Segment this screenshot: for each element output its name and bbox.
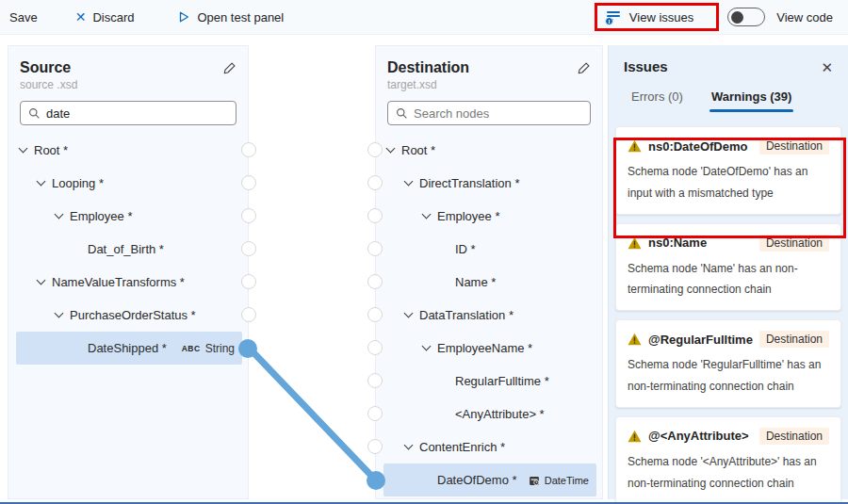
datetime-type-badge: DateTime [529, 475, 596, 486]
destination-node-name[interactable]: Name * [383, 266, 596, 299]
source-panel: Source source .xsd Root * Looping * Empl… [8, 45, 249, 499]
chevron-down-icon[interactable] [37, 276, 46, 285]
source-tree: Root * Looping * Employee * Dat_of_Birth… [8, 134, 248, 365]
destination-badge: Destination [759, 428, 829, 445]
destination-node-employee[interactable]: Employee * [383, 200, 596, 233]
destination-node-regularfulltime[interactable]: RegularFulltime * [383, 365, 596, 398]
source-node-looping[interactable]: Looping * [16, 167, 242, 200]
chevron-down-icon[interactable] [386, 144, 396, 154]
view-issues-button[interactable]: View issues [599, 6, 703, 28]
destination-port-dateofdemo-connected[interactable] [367, 471, 385, 490]
warning-card-anyattribute[interactable]: @<AnyAttribute> Destination Schema node … [615, 416, 841, 504]
destination-node-employeename[interactable]: EmployeeName * [383, 332, 596, 365]
close-icon[interactable]: ✕ [819, 58, 835, 76]
destination-search-input[interactable] [414, 106, 582, 121]
destination-port-name[interactable] [367, 274, 383, 289]
view-code-label: View code [776, 10, 833, 24]
destination-port-anyattribute[interactable] [367, 406, 383, 421]
chevron-down-icon[interactable] [422, 342, 432, 351]
destination-node-directtranslation[interactable]: DirectTranslation * [383, 167, 596, 200]
destination-port-id[interactable] [367, 241, 383, 256]
issues-tabs: Errors (0) Warnings (39) [609, 76, 848, 112]
calendar-clock-icon [529, 475, 540, 486]
destination-search-box [387, 101, 591, 125]
destination-schema-filename: target.xsd [387, 78, 591, 93]
destination-node-dateofdemo[interactable]: DateOfDemo * DateTime [383, 463, 596, 496]
warnings-list: ns0:DateOfDemo Destination Schema node '… [609, 126, 848, 504]
play-icon [177, 10, 190, 24]
destination-node-datatranslation[interactable]: DataTranslation * [383, 299, 596, 332]
chevron-down-icon[interactable] [19, 144, 28, 154]
view-code-toggle[interactable] [727, 8, 765, 26]
search-icon [396, 107, 408, 120]
destination-node-root[interactable]: Root * [383, 134, 596, 167]
warning-card-regularfulltime[interactable]: @RegularFulltime Destination Schema node… [615, 319, 841, 408]
chevron-down-icon[interactable] [404, 309, 414, 318]
toolbar: Save ✕ Discard Open test panel View issu… [0, 0, 848, 35]
destination-port-regularfulltime[interactable] [367, 373, 383, 388]
discard-button[interactable]: ✕ Discard [75, 10, 135, 24]
edit-source-schema-icon[interactable] [222, 61, 236, 75]
destination-port-employee[interactable] [367, 208, 383, 223]
source-port-root[interactable] [241, 142, 256, 157]
destination-badge: Destination [759, 331, 829, 348]
warning-message: Schema node 'RegularFulltime' has an non… [628, 354, 822, 398]
destination-port-root[interactable] [367, 142, 383, 157]
source-panel-header: Source source .xsd [8, 46, 248, 125]
source-node-purchaseorderstatus[interactable]: PurchaseOrderStatus * [16, 299, 242, 332]
save-button[interactable]: Save [9, 10, 38, 24]
chevron-down-icon[interactable] [55, 210, 64, 219]
destination-tree: Root * DirectTranslation * Employee * ID… [376, 134, 602, 496]
tab-errors[interactable]: Errors (0) [631, 89, 683, 112]
string-type-badge: ABC String [182, 342, 242, 355]
source-node-dateshipped[interactable]: DateShipped * ABC String [16, 332, 242, 365]
source-port-namevaluetransforms[interactable] [241, 274, 256, 289]
toolbar-right: View issues View code [599, 6, 833, 28]
source-search-box [20, 101, 236, 125]
destination-panel: Destination target.xsd Root * DirectTran… [375, 45, 603, 499]
source-port-purchaseorderstatus[interactable] [241, 307, 256, 322]
warning-message: Schema node 'DateOfDemo' has an input wi… [628, 161, 822, 204]
chevron-down-icon[interactable] [422, 210, 432, 219]
warning-card-name[interactable]: ns0:Name Destination Schema node 'Name' … [615, 223, 841, 312]
destination-panel-header: Destination target.xsd [376, 46, 602, 125]
source-node-namevaluetransforms[interactable]: NameValueTransforms * [16, 266, 242, 299]
destination-port-contentenrich[interactable] [367, 439, 383, 454]
source-node-employee[interactable]: Employee * [16, 200, 242, 233]
open-test-panel-label: Open test panel [197, 10, 284, 24]
chevron-down-icon[interactable] [404, 441, 414, 450]
chevron-down-icon[interactable] [37, 177, 46, 187]
source-search-input[interactable] [46, 106, 228, 121]
open-test-panel-button[interactable]: Open test panel [177, 10, 284, 24]
destination-title: Destination [387, 59, 469, 76]
issues-panel: Issues ✕ Errors (0) Warnings (39) ns0:Da… [608, 45, 848, 499]
edit-destination-schema-icon[interactable] [577, 61, 591, 75]
source-port-employee[interactable] [241, 208, 256, 223]
warning-message: Schema node '<AnyAttribute>' has an non-… [628, 451, 822, 495]
source-port-looping[interactable] [241, 175, 256, 190]
search-icon [28, 107, 41, 120]
source-port-dat-of-birth[interactable] [241, 241, 256, 256]
warning-triangle-icon [628, 333, 642, 346]
connection-line-dateshipped-dateofdemo[interactable] [249, 348, 375, 480]
destination-port-employeename[interactable] [367, 340, 383, 355]
source-port-dateshipped-connected[interactable] [238, 339, 257, 358]
warning-triangle-icon [628, 236, 642, 250]
toggle-knob [731, 11, 743, 24]
chevron-down-icon[interactable] [404, 177, 414, 187]
warning-card-dateofdemo[interactable]: ns0:DateOfDemo Destination Schema node '… [615, 126, 841, 215]
discard-label: Discard [92, 10, 134, 24]
destination-node-contentenrich[interactable]: ContentEnrich * [383, 431, 596, 463]
destination-badge: Destination [759, 235, 829, 252]
source-node-root[interactable]: Root * [16, 134, 242, 167]
destination-node-id[interactable]: ID * [383, 233, 596, 266]
destination-port-directtranslation[interactable] [367, 175, 383, 190]
destination-node-anyattribute[interactable]: <AnyAttribute> * [383, 398, 596, 431]
source-schema-filename: source .xsd [20, 78, 236, 93]
source-title: Source [20, 59, 71, 76]
discard-x-icon: ✕ [75, 10, 87, 24]
destination-port-datatranslation[interactable] [367, 307, 383, 322]
chevron-down-icon[interactable] [55, 309, 64, 318]
tab-warnings[interactable]: Warnings (39) [711, 89, 791, 112]
source-node-dat-of-birth[interactable]: Dat_of_Birth * [16, 233, 242, 266]
